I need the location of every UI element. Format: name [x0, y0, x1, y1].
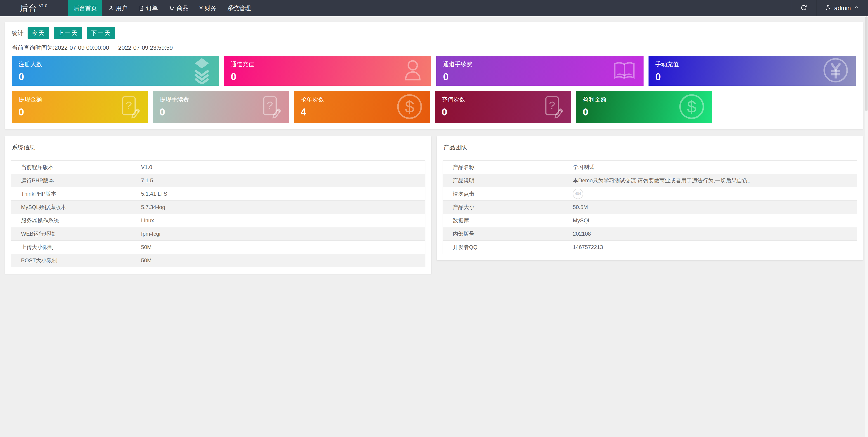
dollar-circle-icon: $	[678, 93, 705, 121]
edit-help-icon: ?	[260, 94, 282, 120]
open-book-icon	[612, 59, 637, 83]
stat-card-registered-users: 注册人数 0	[12, 56, 219, 86]
info-value: 50M	[131, 254, 425, 267]
table-row: MySQL数据库版本 5.7.34-log	[11, 201, 426, 214]
info-label: 产品名称	[443, 161, 563, 174]
card-title: 注册人数	[19, 60, 219, 68]
nav-item-goods[interactable]: 商品	[163, 0, 194, 16]
yen-circle-icon	[822, 57, 849, 85]
table-row: 产品说明 本Demo只为学习测试交流,请勿要做商业或者用于违法行为,一切后果自负…	[443, 174, 857, 187]
layers-icon	[191, 57, 212, 85]
info-value: 7.1.5	[131, 174, 425, 187]
user-icon	[825, 4, 831, 12]
info-value: 202108	[563, 227, 857, 241]
info-value: V1.0	[131, 161, 425, 174]
yen-icon: ¥	[199, 5, 203, 12]
app-version: V1.0	[39, 4, 47, 8]
info-value: Linux	[131, 214, 425, 227]
table-row: 当前程序版本 V1.0	[11, 161, 426, 174]
table-row: 运行PHP版本 7.1.5	[11, 174, 426, 187]
table-row: POST大小限制 50M	[11, 254, 426, 267]
dollar-circle-icon: $	[396, 93, 423, 121]
refresh-icon	[800, 4, 808, 12]
table-row: 请勿点击 404	[443, 187, 857, 201]
svg-text:?: ?	[126, 99, 132, 112]
stat-card-channel-recharge: 通道充值 0	[224, 56, 431, 86]
table-row: 上传大小限制 50M	[11, 241, 426, 254]
main-menu: 后台首页 用户 订单 商品	[68, 0, 256, 16]
card-value: 0	[19, 71, 219, 83]
product-team-panel: 产品团队 产品名称 学习测试 产品说明 本Demo只为学习测试交流,请勿要做商业…	[437, 136, 863, 260]
table-row: WEB运行环境 fpm-fcgi	[11, 227, 426, 241]
refresh-button[interactable]	[791, 0, 816, 16]
query-time-text: 当前查询时间为:2022-07-09 00:00:00 --- 2022-07-…	[12, 44, 856, 52]
info-label: 当前程序版本	[11, 161, 131, 174]
svg-text:$: $	[405, 97, 414, 116]
cart-icon	[169, 5, 175, 11]
nav-item-label: 订单	[146, 4, 158, 12]
navbar-right: admin	[791, 0, 868, 16]
badge-404[interactable]: 404	[573, 189, 583, 199]
info-value: 50.5M	[563, 201, 857, 214]
scrollbar[interactable]	[865, 16, 868, 437]
info-label: 服务器操作系统	[11, 214, 131, 227]
stats-header: 统计 今天 上一天 下一天	[12, 27, 856, 39]
info-label: WEB运行环境	[11, 227, 131, 241]
table-row: 产品名称 学习测试	[443, 161, 857, 174]
top-navbar: 后台 V1.0 后台首页 用户 订单	[0, 0, 868, 16]
svg-text:?: ?	[549, 99, 555, 112]
table-row: 内部版号 202108	[443, 227, 857, 241]
stat-card-withdraw-amount: 提现金额 0 ?	[12, 91, 148, 123]
prev-day-button[interactable]: 上一天	[54, 27, 82, 39]
product-team-table: 产品名称 学习测试 产品说明 本Demo只为学习测试交流,请勿要做商业或者用于违…	[442, 160, 857, 254]
next-day-button[interactable]: 下一天	[87, 27, 115, 39]
stat-card-manual-recharge: 手动充值 0	[649, 56, 856, 86]
panel-title: 系统信息	[12, 144, 426, 151]
info-value: 5.7.34-log	[131, 201, 425, 214]
stats-panel: 统计 今天 上一天 下一天 当前查询时间为:2022-07-09 00:00:0…	[5, 22, 863, 129]
info-label: POST大小限制	[11, 254, 131, 267]
nav-item-users[interactable]: 用户	[102, 0, 133, 16]
nav-item-finance[interactable]: ¥ 财务	[194, 0, 222, 16]
info-label: 运行PHP版本	[11, 174, 131, 187]
stat-card-channel-fee: 通道手续费 0	[436, 56, 644, 86]
nav-item-label: 商品	[177, 4, 188, 12]
info-label: 请勿点击	[443, 187, 563, 201]
info-value: 本Demo只为学习测试交流,请勿要做商业或者用于违法行为,一切后果自负。	[563, 174, 857, 187]
stat-card-withdraw-fee: 提现手续费 0 ?	[153, 91, 289, 123]
nav-item-home[interactable]: 后台首页	[68, 0, 102, 16]
app-logo: 后台 V1.0	[0, 0, 47, 16]
person-icon	[401, 58, 425, 84]
nav-item-orders[interactable]: 订单	[133, 0, 163, 16]
stat-card-profit-amount: 盈利金额 0 $	[576, 91, 712, 123]
table-row: 产品大小 50.5M	[443, 201, 857, 214]
info-value: 404	[563, 187, 857, 201]
table-row: 数据库 MySQL	[443, 214, 857, 227]
order-icon	[138, 5, 144, 11]
info-label: ThinkPHP版本	[11, 187, 131, 201]
info-value: 50M	[131, 241, 425, 254]
nav-item-system[interactable]: 系统管理	[222, 0, 256, 16]
info-label: 上传大小限制	[11, 241, 131, 254]
app-title: 后台	[20, 3, 37, 14]
scrollbar-thumb[interactable]	[865, 16, 868, 111]
chevron-up-icon	[854, 4, 860, 12]
edit-help-icon: ?	[542, 94, 564, 120]
table-row: ThinkPHP版本 5.1.41 LTS	[11, 187, 426, 201]
info-label: 数据库	[443, 214, 563, 227]
stat-card-grab-order-count: 抢单次数 4 $	[294, 91, 430, 123]
info-panels: 系统信息 当前程序版本 V1.0 运行PHP版本 7.1.5 ThinkPHP版…	[5, 136, 863, 274]
stat-card-recharge-count: 充值次数 0 ?	[435, 91, 571, 123]
user-icon	[108, 5, 114, 11]
info-label: 产品说明	[443, 174, 563, 187]
info-value: 1467572213	[563, 241, 857, 254]
nav-item-label: 系统管理	[227, 4, 251, 12]
today-button[interactable]: 今天	[28, 27, 49, 39]
info-label: 产品大小	[443, 201, 563, 214]
nav-item-label: 用户	[116, 4, 127, 12]
svg-text:?: ?	[267, 99, 273, 112]
user-menu[interactable]: admin	[816, 0, 868, 16]
nav-item-label: 财务	[205, 4, 217, 12]
info-value: 学习测试	[563, 161, 857, 174]
info-label: 内部版号	[443, 227, 563, 241]
